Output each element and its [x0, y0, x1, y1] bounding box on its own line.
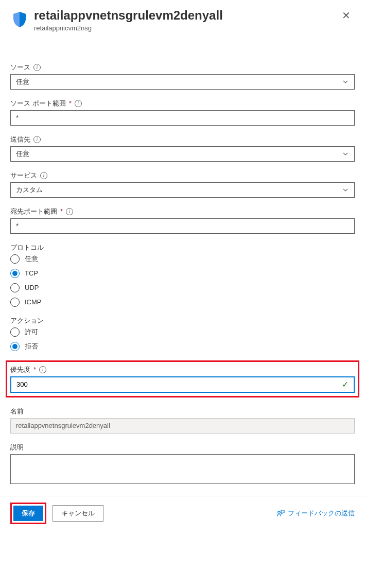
save-button[interactable]: 保存 [13, 506, 43, 521]
page-title: retailappvnetnsgrulevm2denyall [34, 8, 338, 23]
info-icon[interactable]: i [33, 136, 41, 143]
priority-input[interactable] [11, 377, 337, 392]
action-group: 許可 拒否 [10, 327, 355, 351]
shield-icon [10, 10, 29, 29]
panel-header: retailappvnetnsgrulevm2denyall retailapp… [0, 0, 365, 32]
service-label: サービス [10, 171, 37, 180]
cancel-button[interactable]: キャンセル [53, 505, 103, 522]
priority-highlight: 優先度 * i ✓ [6, 360, 359, 397]
svg-point-0 [278, 511, 280, 513]
protocol-radio-udp[interactable]: UDP [10, 283, 355, 292]
description-textarea[interactable] [10, 454, 355, 484]
name-label: 名前 [10, 407, 24, 416]
form-area: ソース i 任意 ソース ポート範囲 * i 送信先 i 任意 サービス i [0, 53, 365, 486]
protocol-label: プロトコル [10, 243, 44, 252]
info-icon[interactable]: i [66, 208, 73, 215]
footer-bar: 保存 キャンセル フィードバックの送信 [0, 496, 365, 530]
checkmark-icon: ✓ [337, 379, 354, 389]
source-port-label: ソース ポート範囲 [10, 99, 66, 108]
protocol-radio-icmp[interactable]: ICMP [10, 298, 355, 307]
page-subtitle: retailappnicvm2nsg [34, 24, 338, 32]
dest-port-label: 宛先ポート範囲 [10, 207, 57, 216]
info-icon[interactable]: i [33, 64, 41, 71]
save-highlight: 保存 [10, 503, 46, 524]
source-select[interactable]: 任意 [10, 74, 355, 90]
destination-label: 送信先 [10, 135, 30, 144]
chevron-down-icon [342, 150, 349, 158]
action-label: アクション [10, 316, 44, 325]
info-icon[interactable]: i [39, 366, 46, 373]
dest-port-input[interactable] [10, 218, 355, 234]
chevron-down-icon [342, 186, 349, 194]
protocol-radio-any[interactable]: 任意 [10, 254, 355, 264]
required-mark: * [33, 366, 36, 373]
description-label: 説明 [10, 443, 24, 452]
name-input [10, 418, 355, 434]
required-mark: * [60, 207, 63, 215]
close-button[interactable]: ✕ [338, 8, 355, 23]
source-label: ソース [10, 63, 30, 72]
destination-select[interactable]: 任意 [10, 146, 355, 162]
person-feedback-icon [276, 509, 285, 517]
action-radio-allow[interactable]: 許可 [10, 327, 355, 337]
protocol-radio-tcp[interactable]: TCP [10, 269, 355, 278]
feedback-link[interactable]: フィードバックの送信 [276, 509, 355, 518]
priority-input-wrap: ✓ [10, 376, 355, 393]
action-radio-deny[interactable]: 拒否 [10, 342, 355, 351]
info-icon[interactable]: i [75, 100, 82, 107]
service-select[interactable]: カスタム [10, 182, 355, 198]
source-port-input[interactable] [10, 110, 355, 126]
chevron-down-icon [342, 78, 349, 85]
info-icon[interactable]: i [40, 172, 47, 179]
priority-label: 優先度 [10, 365, 30, 374]
required-mark: * [69, 99, 72, 107]
protocol-group: 任意 TCP UDP ICMP [10, 254, 355, 307]
